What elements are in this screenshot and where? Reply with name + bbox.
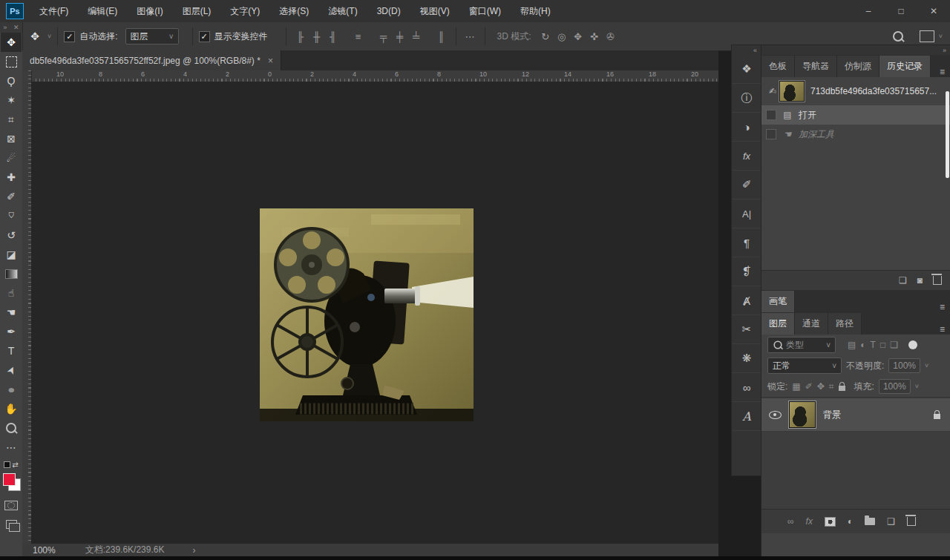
- 3d-camera-icon[interactable]: ✇: [603, 31, 619, 42]
- lock-transparency-icon[interactable]: ▦: [792, 381, 800, 392]
- filter-pixel-icon[interactable]: ▤: [848, 340, 856, 350]
- more-align-options-icon[interactable]: ⋯: [462, 31, 479, 42]
- panel-icon-styles[interactable]: fx: [732, 142, 761, 171]
- filter-toggle-button[interactable]: [908, 340, 917, 349]
- magic-wand-tool[interactable]: ✶: [1, 90, 22, 110]
- history-scrollbar[interactable]: [946, 91, 949, 178]
- link-layers-icon[interactable]: ∞: [787, 516, 794, 527]
- history-snapshot-row[interactable]: ✍ 713db5fe496da3fe035715657...: [761, 77, 950, 105]
- panel-icon-adjustments[interactable]: ◑: [732, 113, 761, 142]
- history-entry-burn[interactable]: ☚ 加深工具: [761, 125, 950, 144]
- panel-icon-paragraph[interactable]: ¶: [732, 228, 761, 257]
- filter-adjustment-icon[interactable]: ◐: [860, 340, 865, 350]
- fill-field[interactable]: 100%: [879, 379, 911, 394]
- horizontal-ruler[interactable]: 10 8 6 4 2 0 2 4 6 8 10 12 14 16 18 20: [31, 70, 718, 82]
- tab-navigator[interactable]: 导航器: [795, 56, 837, 77]
- crop-tool[interactable]: ⌗: [1, 110, 22, 129]
- panel-collapse-header[interactable]: »: [761, 45, 950, 55]
- panel-icon-character[interactable]: A|: [732, 200, 761, 228]
- marquee-tool[interactable]: [1, 52, 22, 71]
- menu-select[interactable]: 选择(S): [269, 0, 318, 22]
- distribute-h-icon[interactable]: ≡: [350, 31, 367, 42]
- new-layer-icon[interactable]: ❑: [887, 516, 895, 527]
- menu-help[interactable]: 帮助(H): [511, 0, 560, 22]
- swap-colors-control[interactable]: ⇄: [1, 457, 22, 472]
- history-source-icon[interactable]: ✍: [766, 86, 779, 96]
- distribute-v-icon[interactable]: ║: [433, 31, 450, 42]
- hand-tool[interactable]: ✋: [1, 399, 22, 418]
- history-brush-tool[interactable]: ↺: [1, 225, 22, 245]
- panel-icon-paragraph-styles[interactable]: Ⱥ: [732, 286, 761, 315]
- opacity-chevron-icon[interactable]: ˅: [925, 362, 928, 369]
- panel-icon-properties[interactable]: ❖: [732, 55, 761, 84]
- workspace-switcher-icon[interactable]: [920, 30, 934, 42]
- align-vcenter-icon[interactable]: ╪: [392, 31, 408, 42]
- filter-smart-object-icon[interactable]: ❏: [890, 340, 898, 350]
- tab-history[interactable]: 历史记录: [879, 56, 931, 77]
- layer-thumbnail[interactable]: [789, 401, 816, 428]
- history-source-checkbox[interactable]: [766, 129, 776, 139]
- eyedropper-tool[interactable]: ☄: [1, 148, 22, 168]
- tab-swatches[interactable]: 色板: [761, 56, 795, 77]
- auto-select-checkbox[interactable]: ✓: [64, 31, 75, 42]
- align-top-icon[interactable]: ╤: [376, 31, 392, 42]
- filter-shape-icon[interactable]: □: [880, 340, 885, 350]
- opacity-field[interactable]: 100%: [888, 358, 920, 373]
- panel-icon-libraries[interactable]: ∞: [732, 373, 761, 402]
- canvas-area[interactable]: [31, 82, 718, 544]
- move-tool-preset-icon[interactable]: ✥: [22, 30, 48, 42]
- menu-3d[interactable]: 3D(D): [367, 0, 410, 22]
- delete-layer-icon[interactable]: [907, 517, 916, 526]
- shape-tool[interactable]: ●: [1, 380, 22, 399]
- tab-close-icon[interactable]: ×: [268, 56, 273, 66]
- layer-lock-icon[interactable]: [934, 414, 940, 419]
- menu-window[interactable]: 窗口(W): [459, 0, 511, 22]
- dock-collapse-header[interactable]: «: [732, 45, 761, 55]
- tool-preset-chevron-icon[interactable]: ˅: [48, 33, 51, 40]
- panel-icon-brush-settings[interactable]: ✐: [732, 171, 761, 200]
- layers-panel-menu-icon[interactable]: ≡: [934, 324, 950, 335]
- delete-state-icon[interactable]: [933, 276, 942, 285]
- panel-icon-info[interactable]: ⓘ: [732, 84, 761, 113]
- search-icon[interactable]: [893, 31, 903, 42]
- tab-paths[interactable]: 路径: [828, 313, 862, 335]
- align-left-icon[interactable]: ╟: [292, 31, 309, 42]
- 3d-slide-icon[interactable]: ✜: [586, 31, 603, 42]
- history-source-checkbox[interactable]: [766, 110, 776, 120]
- smudge-tool[interactable]: ☝: [1, 283, 22, 303]
- close-icon[interactable]: ✕: [13, 24, 19, 31]
- history-panel-menu-icon[interactable]: ≡: [934, 67, 950, 77]
- 3d-roll-icon[interactable]: ◎: [554, 31, 570, 42]
- lasso-tool[interactable]: Ϙ: [1, 71, 22, 90]
- menu-edit[interactable]: 编辑(E): [78, 0, 127, 22]
- lock-artboard-icon[interactable]: ⌗: [829, 381, 834, 392]
- panel-icon-character-styles[interactable]: ❡: [732, 257, 761, 286]
- layer-style-fx-icon[interactable]: fx: [806, 516, 813, 527]
- blend-mode-dropdown[interactable]: 正常 ˅: [767, 358, 842, 374]
- ps-logo-icon[interactable]: Ps: [6, 3, 24, 19]
- filter-kind-dropdown[interactable]: 类型 ˅: [767, 337, 836, 353]
- path-selection-tool[interactable]: ➤: [1, 360, 22, 380]
- zoom-tool[interactable]: [1, 418, 22, 438]
- close-button[interactable]: ✕: [917, 1, 950, 21]
- tab-channels[interactable]: 通道: [795, 313, 828, 335]
- healing-brush-tool[interactable]: ✚: [1, 168, 22, 187]
- tab-clone-source[interactable]: 仿制源: [837, 56, 879, 77]
- layer-row-background[interactable]: 背景: [761, 398, 950, 432]
- zoom-level[interactable]: 100%: [33, 545, 56, 556]
- frame-tool[interactable]: ⊠: [1, 129, 22, 148]
- move-tool[interactable]: ✥: [1, 33, 22, 52]
- menu-view[interactable]: 视图(V): [410, 0, 459, 22]
- clone-stamp-tool[interactable]: ⌂: [1, 206, 22, 225]
- lock-all-icon[interactable]: [839, 386, 845, 391]
- minimize-button[interactable]: –: [852, 1, 885, 21]
- new-snapshot-icon[interactable]: ◙: [917, 275, 923, 286]
- tools-panel-header[interactable]: » ✕: [0, 22, 22, 33]
- new-group-icon[interactable]: [865, 518, 875, 525]
- menu-type[interactable]: 文字(Y): [220, 0, 269, 22]
- menu-filter[interactable]: 滤镜(T): [318, 0, 367, 22]
- pen-tool[interactable]: ✒: [1, 322, 22, 341]
- fill-chevron-icon[interactable]: ˅: [915, 383, 919, 390]
- menu-image[interactable]: 图像(I): [127, 0, 172, 22]
- lock-position-icon[interactable]: ✥: [817, 381, 825, 392]
